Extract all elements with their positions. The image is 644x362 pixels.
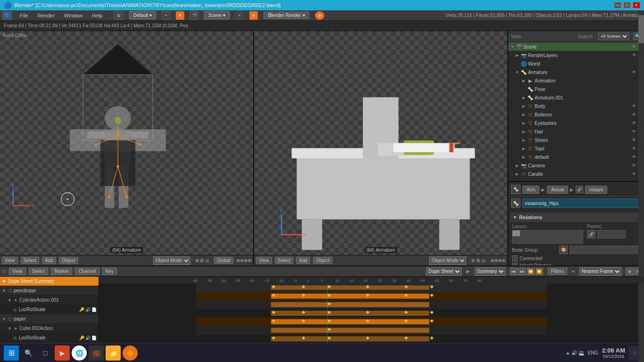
layer-3[interactable]	[530, 230, 538, 237]
start-button[interactable]: ⊞	[4, 346, 19, 361]
outliner-scenes-select[interactable]: All Scenes	[598, 33, 629, 40]
outliner-scrollbar-thumb[interactable]	[638, 31, 644, 43]
arm-button[interactable]: Arm	[522, 186, 539, 194]
arm-eye-icon[interactable]: 👁	[631, 69, 636, 75]
lrs2-doc-icon[interactable]: 📄	[91, 336, 97, 340]
viewport-right[interactable]: X Z (64) Armature View Select Add Object…	[254, 31, 507, 265]
add-btn-left[interactable]: Add	[42, 257, 56, 264]
tree-item-renderlayers[interactable]: ▶ 📷 RenderLayers 👁 🔲	[508, 51, 644, 59]
tl-ctrl-3[interactable]: ⏪	[527, 268, 535, 275]
minimize-button[interactable]: —	[614, 2, 621, 8]
scene-eye-icon[interactable]: 👁	[631, 44, 636, 49]
mix-button[interactable]: mixam	[585, 186, 607, 194]
tl-select-btn[interactable]: Select	[29, 268, 49, 275]
tree-item-world[interactable]: 🌐 World	[508, 59, 644, 68]
layer-1[interactable]	[512, 230, 520, 237]
layer-2[interactable]	[521, 230, 529, 237]
layer-14[interactable]	[557, 237, 565, 244]
dope-label-lrs2[interactable]: ⊞ LocRotScale 🔑 🔊 📄	[0, 333, 99, 343]
body-eye[interactable]: 👁	[631, 103, 636, 109]
dope-label-cube[interactable]: ▼ ★ Cube.002Action	[0, 324, 99, 333]
select-btn-right[interactable]: Select	[275, 257, 294, 264]
layer-12[interactable]	[539, 237, 547, 244]
parent-input[interactable]	[597, 230, 626, 239]
global-btn-left[interactable]: Global	[214, 257, 233, 264]
tree-item-body[interactable]: ▶ ▽ Body 👁 🔲	[508, 102, 644, 110]
lrs2-key-icon[interactable]: 🔑	[79, 336, 84, 340]
hair-eye[interactable]: 👁	[631, 129, 636, 134]
tree-item-camera[interactable]: ▶ 📷 Camera 👁 🔲	[508, 161, 644, 170]
tree-item-armature001[interactable]: ▶ 🦴 Armature.001 ⚙	[508, 93, 644, 102]
layer-9[interactable]	[512, 237, 520, 244]
dope-label-paper[interactable]: ▼ ⬡ paper	[0, 314, 99, 324]
lrs1-sound-icon[interactable]: 🔊	[85, 307, 91, 312]
taskbar-task-view[interactable]: □	[38, 346, 53, 361]
lrs1-doc-icon[interactable]: 📄	[91, 307, 97, 312]
maximize-button[interactable]: □	[623, 2, 631, 8]
connected-checkbox[interactable]	[512, 255, 518, 261]
object-btn-right[interactable]: Object	[313, 257, 332, 264]
view-btn-left[interactable]: View	[2, 257, 18, 264]
bone-group-input[interactable]	[570, 246, 640, 254]
bone-name-input[interactable]	[522, 198, 641, 208]
render-engine-button[interactable]: Blender Render ▾	[264, 12, 309, 19]
tl-key-btn[interactable]: Key	[102, 268, 117, 275]
layer-7[interactable]	[566, 230, 574, 237]
tree-item-scene[interactable]: ▼ 🎬 Scene 👁 📷	[508, 42, 644, 51]
layer-5[interactable]	[548, 230, 556, 237]
taskbar-briefcase[interactable]: 💼	[89, 346, 104, 361]
tree-item-armature[interactable]: ▼ 🦴 Armature 👁 🔲	[508, 68, 644, 76]
taskbar-files[interactable]: 📁	[106, 346, 121, 361]
layer-16[interactable]	[575, 237, 583, 244]
sheet-type-select[interactable]: Dope Sheet	[426, 267, 462, 276]
tl-marker-btn[interactable]: Marker	[51, 268, 72, 275]
dope-label-summary[interactable]: ▼ Dope Sheet Summary	[0, 277, 99, 286]
view-btn-right[interactable]: View	[256, 257, 272, 264]
tree-item-bottoms[interactable]: ▶ ▽ Bottoms 👁 🔲	[508, 110, 644, 119]
tree-item-animation[interactable]: ▶ ▶ Animation ⚙	[508, 76, 644, 85]
menu-window[interactable]: Window	[62, 12, 84, 19]
object-mode-select-right[interactable]: Object Mode	[429, 256, 466, 265]
summary-toggle[interactable]: ▶	[464, 269, 472, 274]
scene-select[interactable]: Scene ▾	[204, 11, 230, 19]
layer-8[interactable]	[575, 230, 583, 237]
tl-ctrl-4[interactable]: ⏩	[536, 268, 543, 275]
layer-10[interactable]	[521, 237, 529, 244]
dope-label-cyl[interactable]: ▼ ★ CylinderAction.001	[0, 296, 99, 305]
candle-eye[interactable]: 👁	[631, 171, 636, 177]
close-button[interactable]: ✕	[633, 2, 640, 8]
default-select[interactable]: Default ▾	[129, 11, 156, 19]
shoes-eye[interactable]: 👁	[631, 137, 636, 143]
tl-channel-btn[interactable]: Channel	[75, 268, 99, 275]
menu-help[interactable]: Help	[90, 12, 105, 19]
tl-ctrl-2[interactable]: ⏭	[519, 268, 526, 275]
layer-11[interactable]	[530, 237, 538, 244]
layer-13[interactable]	[548, 237, 556, 244]
eye-vis[interactable]: 👁	[631, 120, 636, 126]
tree-item-default[interactable]: ▶ ▽ default 👁 🔲	[508, 153, 644, 161]
relations-header[interactable]: ▼ Relations	[510, 213, 642, 222]
viewport-left[interactable]: X Z (64) Armature Front Ortho View Selec…	[0, 31, 254, 265]
tree-item-hair[interactable]: ▶ ▽ Hair 👁 🔲	[508, 127, 644, 136]
tl-view-btn[interactable]: View	[9, 268, 26, 275]
tree-item-shoes[interactable]: ▶ ▽ Shoes 👁 🔲	[508, 136, 644, 144]
layer-4[interactable]	[539, 230, 547, 237]
lrs2-sound-icon[interactable]: 🔊	[85, 336, 91, 340]
armat-button[interactable]: Armat	[547, 186, 568, 194]
bottoms-eye[interactable]: 👁	[631, 112, 636, 117]
tl-ctrl-1[interactable]: ⏮	[510, 268, 518, 275]
layer-6[interactable]	[557, 230, 565, 237]
outliner-search-label[interactable]: Search	[578, 34, 593, 39]
blender-menu-icon[interactable]: 🔵	[2, 11, 12, 20]
tl-icon-btn[interactable]: ⏱	[2, 269, 6, 274]
dope-tracks-area[interactable]	[99, 283, 644, 343]
tops-eye[interactable]: 👁	[631, 146, 636, 151]
taskbar-chrome[interactable]: 🌐	[72, 346, 87, 361]
taskbar-blender[interactable]: 🔶	[123, 346, 138, 361]
tree-item-pose[interactable]: 🦴 Pose	[508, 85, 644, 93]
tree-item-candle[interactable]: ▶ ▽ Candle 👁 🔲	[508, 170, 644, 178]
taskbar-winamp[interactable]: ▶	[55, 346, 70, 361]
cam-eye[interactable]: 👁	[631, 163, 636, 168]
menu-render[interactable]: Render	[36, 12, 57, 19]
tl-extra-1[interactable]: ⊕	[626, 268, 634, 275]
